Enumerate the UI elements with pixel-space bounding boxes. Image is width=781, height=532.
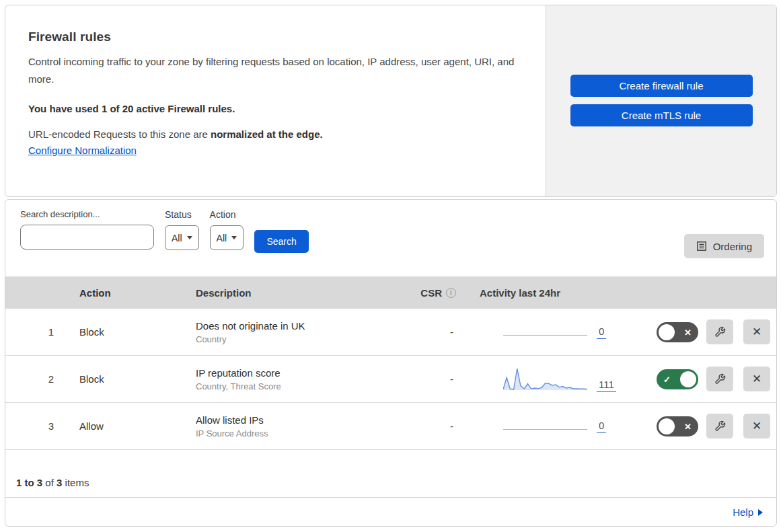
delete-rule-button[interactable]: ✕	[743, 319, 770, 344]
activity-count-link[interactable]: 0	[597, 420, 606, 433]
header-action: Action	[66, 287, 184, 299]
arrow-right-icon	[758, 509, 763, 516]
header-csr-label: CSR	[420, 287, 442, 299]
ordering-button-label: Ordering	[713, 241, 752, 252]
close-icon: ✕	[752, 419, 761, 433]
edit-rule-button[interactable]	[706, 319, 733, 344]
rule-criteria: IP Source Address	[196, 428, 392, 439]
rule-activity-cell: 0	[470, 420, 634, 433]
chevron-down-icon	[187, 236, 192, 239]
activity-sparkline-chart	[503, 367, 587, 392]
rule-tools-cell: ✕	[698, 414, 776, 439]
close-icon: ✕	[752, 325, 761, 339]
rule-action: Block	[66, 326, 184, 338]
rule-tools-cell: ✕	[698, 367, 776, 391]
table-row: 3 Allow Allow listed IPs IP Source Addre…	[5, 403, 776, 450]
action-dropdown[interactable]: All	[210, 225, 244, 250]
wrench-icon	[714, 420, 726, 432]
rule-csr: -	[392, 420, 470, 432]
search-group: Search description...	[20, 209, 154, 250]
normalization-note-bold: normalized at the edge.	[211, 128, 323, 140]
status-label: Status	[165, 209, 199, 220]
delete-rule-button[interactable]: ✕	[743, 414, 770, 439]
table-row: 2 Block IP reputation score Country, Thr…	[5, 356, 776, 403]
wrench-icon	[714, 326, 726, 338]
page-description: Control incoming traffic to your zone by…	[28, 53, 519, 88]
rule-toggle-cell: ✕	[634, 416, 698, 436]
header-description: Description	[184, 287, 392, 299]
rule-enabled-toggle[interactable]: ✕	[657, 322, 698, 342]
status-dropdown[interactable]: All	[165, 225, 199, 250]
info-icon[interactable]: i	[446, 288, 456, 298]
status-filter-group: Status All	[165, 209, 199, 250]
activity-sparkline-flat	[503, 335, 587, 336]
create-actions-panel: Create firewall rule Create mTLS rule	[546, 5, 776, 196]
rule-priority: 2	[5, 373, 66, 385]
table-row: 1 Block Does not originate in UK Country…	[5, 309, 776, 356]
ordering-button[interactable]: Ordering	[684, 234, 764, 258]
items-total: 3	[57, 477, 62, 488]
toggle-check-icon: ✓	[663, 374, 671, 384]
rule-description: Does not originate in UK	[196, 320, 392, 332]
rule-action: Block	[66, 373, 184, 385]
activity-count-link[interactable]: 0	[597, 326, 606, 339]
search-button[interactable]: Search	[254, 230, 309, 253]
usage-summary: You have used 1 of 20 active Firewall ru…	[28, 103, 519, 114]
rule-tools-cell: ✕	[698, 319, 776, 344]
rule-action: Allow	[66, 420, 184, 432]
rule-description-cell: Allow listed IPs IP Source Address	[184, 414, 392, 439]
search-button-group: Search	[254, 209, 309, 253]
action-filter-group: Action All	[210, 209, 244, 250]
table-header-row: Action Description CSR i Activity last 2…	[5, 276, 776, 309]
rule-csr: -	[392, 326, 470, 338]
rule-description: IP reputation score	[196, 367, 392, 379]
action-label: Action	[210, 209, 244, 220]
items-of-text: of	[45, 477, 54, 488]
rule-activity-cell: 111	[470, 367, 634, 392]
wrench-icon	[714, 373, 726, 385]
firewall-rules-list-card: Search description... Status All Action …	[5, 199, 777, 527]
list-document-icon	[696, 241, 707, 252]
rule-toggle-cell: ✕	[634, 322, 698, 342]
create-mtls-rule-button[interactable]: Create mTLS rule	[570, 104, 753, 126]
items-range: 1 to 3	[16, 477, 42, 488]
configure-normalization-link[interactable]: Configure Normalization	[28, 145, 137, 156]
toggle-x-icon: ✕	[684, 327, 692, 337]
search-input-wrapper	[20, 225, 154, 250]
help-link[interactable]: Help	[733, 506, 763, 518]
toggle-knob	[659, 418, 675, 434]
normalization-note: URL-encoded Requests to this zone are no…	[28, 128, 519, 140]
firewall-rules-intro: Firewall rules Control incoming traffic …	[5, 5, 546, 196]
activity-sparkline-flat	[503, 429, 587, 430]
help-link-label: Help	[733, 506, 753, 518]
rule-description: Allow listed IPs	[196, 414, 392, 426]
search-label: Search description...	[20, 209, 154, 219]
page-title: Firewall rules	[28, 30, 519, 44]
rule-description-cell: IP reputation score Country, Threat Scor…	[184, 367, 392, 391]
items-label: items	[65, 477, 89, 488]
toggle-knob	[659, 324, 675, 340]
action-dropdown-value: All	[217, 233, 227, 243]
header-csr: CSR i	[392, 287, 470, 299]
rule-enabled-toggle[interactable]: ✕	[657, 416, 698, 436]
toggle-knob	[680, 371, 696, 387]
edit-rule-button[interactable]	[706, 367, 733, 391]
rule-criteria: Country, Threat Score	[196, 381, 392, 391]
rule-enabled-toggle[interactable]: ✓	[657, 369, 698, 389]
delete-rule-button[interactable]: ✕	[743, 367, 770, 391]
toggle-x-icon: ✕	[684, 421, 692, 431]
edit-rule-button[interactable]	[706, 414, 733, 439]
create-firewall-rule-button[interactable]: Create firewall rule	[570, 75, 753, 97]
help-strip: Help	[5, 498, 776, 527]
normalization-note-prefix: URL-encoded Requests to this zone are	[28, 128, 211, 140]
rule-priority: 3	[5, 420, 66, 432]
close-icon: ✕	[752, 372, 761, 386]
rule-toggle-cell: ✓	[634, 369, 698, 389]
activity-count-link[interactable]: 111	[597, 379, 616, 392]
rule-activity-cell: 0	[470, 326, 634, 339]
search-input[interactable]	[34, 232, 156, 243]
chevron-down-icon	[231, 236, 237, 239]
filter-bar: Search description... Status All Action …	[5, 200, 776, 276]
rule-criteria: Country	[196, 334, 392, 344]
firewall-rules-summary-card: Firewall rules Control incoming traffic …	[5, 5, 777, 197]
